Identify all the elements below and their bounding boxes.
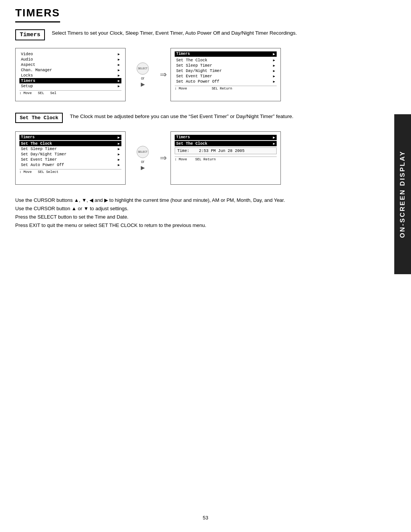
diagram2-left-header: Timers▶	[19, 135, 121, 140]
instruction-1: Use the CURSOR buttons ▲, ▼, ◀ and ▶ to …	[15, 196, 396, 204]
menu-item-chan-manager: Chan. Manager▶	[19, 67, 121, 73]
diagram1-left-menu: Video▶ Audio▶ Aspect▶ Chan. Manager▶ Loc…	[15, 48, 126, 101]
d2-menu-daynight: Set Day/Night Timer▶	[19, 152, 121, 157]
menu-item-locks: Locks▶	[19, 73, 121, 78]
or-text-1: or	[141, 76, 145, 80]
select-button-2: SELECT	[137, 146, 149, 158]
diagram1-right-footer: ↕ Move SEL Return	[175, 86, 277, 91]
d1-menu-daynight: Set Day/Night Timer▶	[175, 68, 277, 73]
menu-item-timers: Timers▶	[19, 78, 121, 83]
select-button-1: SELECT	[137, 62, 149, 75]
instructions-block: Use the CURSOR buttons ▲, ▼, ◀ and ▶ to …	[0, 196, 411, 230]
d2-menu-sleep: Set Sleep Timer▶	[19, 146, 121, 152]
timers-intro-text: Select Timers to set your Clock, Sleep T…	[52, 29, 297, 37]
d2-menu-autopower: Set Auto Power Off▶	[19, 162, 121, 168]
diagram1: Video▶ Audio▶ Aspect▶ Chan. Manager▶ Loc…	[0, 48, 411, 101]
diagram2-right-footer: ↕ Move SEL Return	[175, 157, 277, 161]
diagram2-arrow-area: SELECT or ▶	[126, 146, 160, 171]
diagram2-left-menu: Timers▶ Set The Clock▶ Set Sleep Timer▶ …	[15, 131, 126, 185]
diagram2-right-header: Timers▶	[175, 135, 277, 140]
diagram2-set-clock-subheader: Set The Clock▶	[175, 141, 277, 146]
page-number: 53	[203, 515, 208, 521]
diagram2-time-display: Time: 2:53 PM Jun 28 2005	[175, 147, 277, 154]
diagram1-right-menu: Timers▶ Set The Clock▶ Set Sleep Timer▶ …	[170, 48, 281, 101]
set-clock-intro-text: The Clock must be adjusted before you ca…	[70, 113, 293, 120]
diagram1-right-header: Timers▶	[175, 51, 277, 57]
right-arrow-2: ⇒	[160, 154, 167, 162]
d1-menu-autopower: Set Auto Power Off▶	[175, 79, 277, 84]
instruction-3: Press the SELECT button to set the Time …	[15, 213, 396, 221]
timers-label: Timers	[15, 29, 45, 40]
d1-menu-set-clock: Set The Clock▶	[175, 58, 277, 63]
arrow-icon-2: ▶	[141, 165, 145, 171]
sidebar-vertical: ON-SCREEN DISPLAY	[394, 114, 411, 274]
menu-item-aspect: Aspect▶	[19, 62, 121, 67]
d2-menu-event: Set Event Timer▶	[19, 157, 121, 162]
menu-item-audio: Audio▶	[19, 57, 121, 62]
or-text-2: or	[141, 160, 145, 164]
right-arrow-1: ⇒	[160, 70, 167, 79]
diagram2-left-footer: ↕ Move SEL Select	[19, 169, 121, 174]
instruction-4: Press EXIT to quit the menu or select SE…	[15, 221, 396, 230]
diagram2-right-menu: Timers▶ Set The Clock▶ Time: 2:53 PM Jun…	[170, 131, 281, 185]
set-clock-label: Set The Clock	[15, 113, 63, 123]
menu-item-setup: Setup▶	[19, 83, 121, 89]
diagram1-arrow-area: SELECT or ▶	[126, 62, 160, 87]
sidebar-label: ON-SCREEN DISPLAY	[399, 150, 406, 238]
d1-menu-sleep-timer: Set Sleep Timer▶	[175, 63, 277, 68]
d1-menu-event: Set Event Timer▶	[175, 73, 277, 79]
instruction-2: Use the CURSOR button ▲ or ▼ to adjust s…	[15, 204, 396, 213]
diagram1-left-footer: ↕ Move SEL Sel	[19, 90, 121, 95]
page-title: TIMERS	[15, 7, 60, 22]
d2-menu-set-clock: Set The Clock▶	[19, 141, 121, 146]
diagram2: Timers▶ Set The Clock▶ Set Sleep Timer▶ …	[0, 131, 411, 185]
menu-item-video: Video▶	[19, 51, 121, 57]
arrow-icon-1: ▶	[141, 81, 145, 87]
